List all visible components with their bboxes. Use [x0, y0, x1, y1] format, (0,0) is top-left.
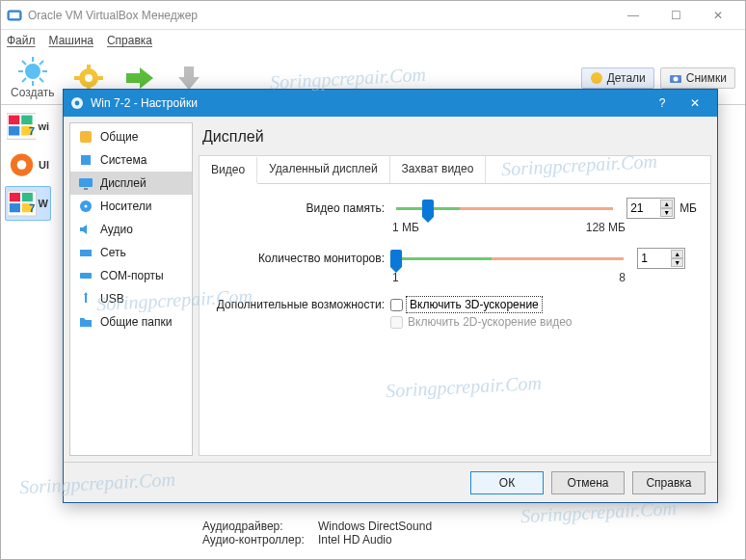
svg-line-7 — [22, 61, 26, 65]
dialog-footer: ОК Отмена Справка — [64, 462, 717, 502]
svg-point-2 — [25, 64, 40, 79]
settings-pane: Дисплей Видео Удаленный дисплей Захват в… — [199, 122, 711, 456]
nav-usb[interactable]: USB — [70, 287, 192, 310]
nav-display[interactable]: Дисплей — [70, 172, 192, 195]
tab-video[interactable]: Видео — [200, 157, 257, 184]
toolbar-discard[interactable] — [173, 64, 205, 93]
settings-nav: Общие Система Дисплей Носители Аудио Сет… — [69, 122, 193, 456]
window-title: Oracle VM VirtualBox Менеджер — [28, 9, 612, 22]
monitors-min: 1 — [392, 271, 399, 284]
spin-down[interactable]: ▼ — [660, 208, 673, 217]
nav-general[interactable]: Общие — [70, 125, 192, 148]
monitors-spin[interactable]: ▲▼ — [637, 248, 685, 269]
svg-rect-16 — [97, 76, 103, 80]
monitors-slider[interactable] — [390, 248, 629, 269]
monitors-max: 8 — [619, 271, 626, 284]
minimize-button[interactable]: — — [612, 2, 654, 29]
tab-remote[interactable]: Удаленный дисплей — [257, 156, 390, 183]
nav-label: USB — [100, 292, 124, 306]
close-button[interactable]: ✕ — [697, 2, 739, 29]
toolbar-details-label: Детали — [607, 71, 646, 85]
svg-rect-43 — [80, 273, 92, 279]
svg-rect-23 — [9, 126, 19, 135]
toolbar-settings[interactable] — [72, 64, 105, 93]
svg-rect-29 — [10, 193, 20, 201]
spin-up[interactable]: ▲ — [660, 200, 673, 208]
network-icon — [78, 245, 93, 260]
vm-item[interactable]: Ul — [5, 147, 51, 182]
accel2d-checkbox — [390, 316, 403, 329]
serial-icon — [78, 268, 93, 283]
svg-rect-31 — [10, 203, 20, 212]
nav-audio[interactable]: Аудио — [70, 218, 192, 241]
monitors-input[interactable] — [641, 252, 668, 265]
nav-label: COM-порты — [100, 269, 164, 282]
tabbar: Видео Удаленный дисплей Захват видео — [200, 156, 710, 184]
toolbar-details[interactable]: Детали — [581, 67, 654, 89]
app-icon — [7, 8, 22, 23]
dialog-close-button[interactable]: ✕ — [679, 91, 711, 116]
vm-item-label: W — [39, 198, 48, 209]
menu-machine[interactable]: Машина — [49, 34, 93, 47]
info-key: Аудиодрайвер: — [202, 520, 308, 533]
videomem-unit: МБ — [679, 201, 697, 215]
dialog-titlebar: Win 7-2 - Настройки ? ✕ — [64, 90, 717, 117]
nav-network[interactable]: Сеть — [70, 241, 192, 264]
maximize-button[interactable]: ☐ — [654, 2, 697, 29]
svg-point-12 — [85, 74, 93, 82]
display-icon — [78, 175, 93, 191]
nav-shared[interactable]: Общие папки — [70, 310, 192, 333]
dialog-help-button[interactable]: ? — [646, 91, 679, 116]
nav-label: Носители — [100, 200, 151, 213]
spin-up[interactable]: ▲ — [671, 250, 683, 258]
svg-rect-30 — [22, 193, 33, 201]
svg-rect-13 — [87, 65, 91, 70]
svg-rect-37 — [81, 155, 91, 165]
cancel-button[interactable]: Отмена — [551, 471, 625, 494]
videomem-input[interactable] — [630, 201, 657, 215]
nav-label: Дисплей — [100, 176, 147, 190]
details-icon — [590, 71, 603, 85]
folder-icon — [78, 314, 93, 330]
vm-item[interactable]: 7 W — [5, 186, 51, 221]
svg-rect-22 — [21, 116, 32, 124]
svg-rect-15 — [74, 76, 80, 80]
accel3d-checkbox[interactable] — [390, 299, 403, 311]
settings-dialog: Win 7-2 - Настройки ? ✕ Общие Система Ди… — [63, 89, 718, 503]
nav-label: Система — [100, 153, 147, 167]
help-button[interactable]: Справка — [632, 471, 706, 494]
toolbar-create[interactable]: Создать — [11, 57, 55, 99]
disk-icon — [78, 199, 93, 214]
dialog-title: Win 7-2 - Настройки — [91, 96, 646, 110]
tab-capture[interactable]: Захват видео — [390, 156, 487, 183]
spin-down[interactable]: ▼ — [671, 258, 683, 267]
menu-help[interactable]: Справка — [107, 34, 152, 47]
nav-comports[interactable]: COM-порты — [70, 264, 192, 287]
vm-item[interactable]: 7 wi — [5, 109, 51, 144]
svg-point-35 — [75, 101, 80, 106]
videomem-spin[interactable]: ▲▼ — [626, 198, 675, 219]
toolbar-snapshots[interactable]: Снимки — [660, 67, 735, 89]
usb-icon — [78, 291, 93, 307]
pane-title: Дисплей — [199, 122, 711, 155]
sun-icon — [16, 57, 49, 86]
vm-list: 7 wi Ul 7 W — [1, 105, 54, 559]
ubuntu-icon — [7, 151, 37, 178]
nav-label: Аудио — [100, 223, 133, 236]
dialog-body: Общие Система Дисплей Носители Аудио Сет… — [64, 117, 717, 462]
toolbar-snapshots-label: Снимки — [686, 71, 727, 85]
nav-system[interactable]: Система — [70, 148, 192, 172]
toolbar-start[interactable] — [122, 64, 155, 93]
accel2d-label: Включить 2D-ускорение видео — [408, 315, 573, 329]
ok-button[interactable]: ОК — [470, 471, 544, 494]
speaker-icon — [78, 222, 93, 237]
videomem-min: 1 МБ — [392, 221, 419, 234]
videomem-slider[interactable] — [390, 198, 619, 219]
nav-storage[interactable]: Носители — [70, 195, 192, 218]
menu-file[interactable]: Файл — [7, 34, 36, 47]
svg-point-19 — [673, 76, 678, 81]
windows7-icon: 7 — [8, 190, 37, 217]
videomem-label: Видео память: — [213, 201, 385, 215]
nav-label: Сеть — [100, 246, 126, 259]
svg-point-41 — [85, 205, 88, 208]
